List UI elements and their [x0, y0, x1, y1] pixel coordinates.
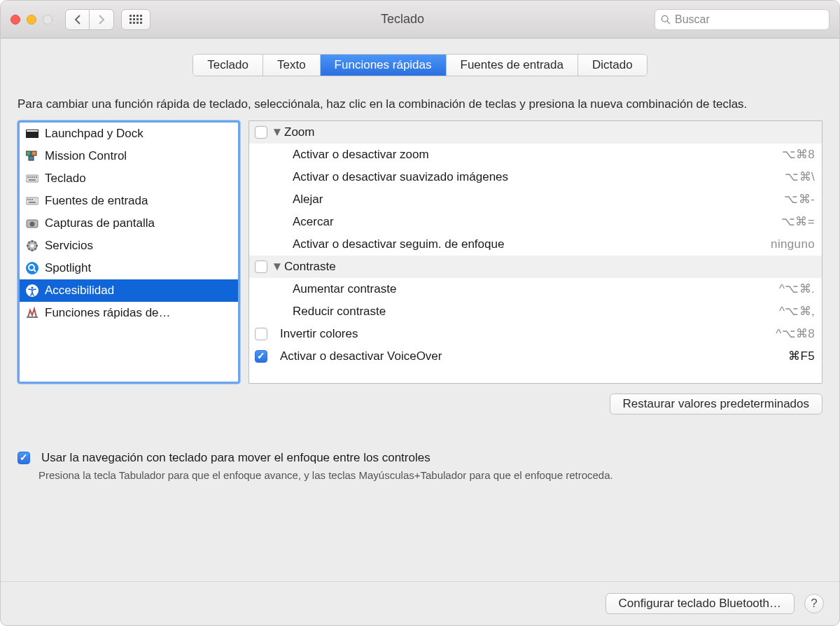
shortcut-checkbox[interactable] — [255, 126, 267, 139]
svg-rect-10 — [31, 176, 33, 178]
svg-point-22 — [31, 244, 34, 247]
window-title: Teclado — [150, 12, 654, 27]
shortcut-row[interactable]: Activar o desactivar seguim. de enfoquen… — [249, 233, 822, 256]
category-accessibility[interactable]: Accesibilidad — [20, 279, 238, 302]
category-screenshots[interactable]: Capturas de pantalla — [20, 212, 238, 235]
shortcut-label: Activar o desactivar suavizado imágenes — [273, 170, 785, 184]
svg-point-23 — [26, 262, 38, 274]
keyboard-nav-checkbox[interactable] — [18, 452, 30, 464]
category-list[interactable]: Launchpad y DockMission ControlTecladoFu… — [18, 120, 240, 384]
nav-buttons — [65, 9, 114, 30]
preferences-window: Teclado Buscar TecladoTextoFunciones ráp… — [0, 0, 840, 626]
shortcut-label: Activar o desactivar zoom — [273, 148, 782, 162]
svg-rect-8 — [27, 176, 29, 178]
svg-point-0 — [662, 15, 668, 22]
disclosure-triangle-icon[interactable]: ▼ — [273, 128, 281, 137]
category-label: Fuentes de entrada — [45, 194, 148, 208]
bluetooth-keyboard-button[interactable]: Configurar teclado Bluetooth… — [606, 593, 794, 614]
bluetooth-keyboard-label: Configurar teclado Bluetooth… — [619, 597, 781, 611]
category-input-sources[interactable]: Fuentes de entrada — [20, 190, 238, 212]
category-keyboard[interactable]: Teclado — [20, 167, 238, 190]
shortcut-row[interactable]: Invertir colores^⌥⌘8 — [249, 323, 822, 345]
shortcut-key[interactable]: ninguno — [771, 237, 815, 251]
screenshots-icon — [25, 216, 39, 230]
shortcut-group-label: Zoom — [284, 125, 815, 139]
svg-rect-28 — [27, 317, 38, 318]
shortcut-label: Reducir contraste — [273, 305, 779, 319]
category-label: Launchpad y Dock — [45, 127, 144, 141]
shortcut-row[interactable]: Activar o desactivar zoom⌥⌘8 — [249, 144, 822, 166]
svg-rect-4 — [26, 151, 31, 155]
category-app-shortcuts[interactable]: Funciones rápidas de… — [20, 302, 238, 324]
restore-defaults-label: Restaurar valores predeterminados — [623, 397, 809, 411]
zoom-button — [43, 15, 52, 25]
shortcut-row[interactable]: Activar o desactivar VoiceOver⌘F5 — [249, 345, 822, 368]
keyboard-nav-label: Usar la navegación con teclado para move… — [41, 451, 430, 465]
chevron-left-icon — [74, 15, 81, 25]
category-label: Spotlight — [45, 261, 91, 275]
shortcut-label: Acercar — [273, 215, 781, 229]
shortcut-row[interactable]: ▼Zoom — [249, 121, 822, 144]
minimize-button[interactable] — [27, 15, 36, 25]
shortcut-row[interactable]: Acercar⌥⌘= — [249, 211, 822, 233]
shortcut-label: Aumentar contraste — [273, 282, 779, 296]
category-services[interactable]: Servicios — [20, 235, 238, 257]
svg-rect-3 — [27, 130, 38, 132]
category-launchpad[interactable]: Launchpad y Dock — [20, 123, 238, 145]
checkbox-spacer — [255, 216, 267, 228]
shortcut-key[interactable]: ^⌥⌘8 — [776, 326, 815, 341]
tab-fuentes-de-entrada[interactable]: Fuentes de entrada — [447, 55, 578, 76]
shortcut-row[interactable]: Activar o desactivar suavizado imágenes⌥… — [249, 166, 822, 188]
tabs-row: TecladoTextoFunciones rápidasFuentes de … — [18, 54, 822, 76]
disclosure-triangle-icon[interactable]: ▼ — [273, 263, 281, 271]
shortcut-key[interactable]: ⌘F5 — [788, 349, 815, 363]
shortcut-checkbox[interactable] — [255, 350, 267, 363]
category-label: Accesibilidad — [45, 284, 114, 298]
shortcut-key[interactable]: ^⌥⌘, — [779, 304, 815, 319]
search-field[interactable]: Buscar — [654, 9, 830, 30]
bottom-bar: Configurar teclado Bluetooth… ? — [1, 581, 839, 625]
shortcut-row[interactable]: Reducir contraste^⌥⌘, — [249, 300, 822, 323]
restore-defaults-button[interactable]: Restaurar valores predeterminados — [610, 394, 822, 415]
help-button[interactable]: ? — [804, 594, 824, 613]
back-button[interactable] — [65, 9, 90, 30]
shortcut-key[interactable]: ^⌥⌘. — [779, 281, 815, 296]
category-label: Mission Control — [45, 149, 127, 163]
keyboard-nav-help: Presiona la tecla Tabulador para que el … — [18, 469, 822, 481]
spotlight-icon — [25, 261, 39, 275]
shortcut-key[interactable]: ⌥⌘8 — [782, 147, 815, 162]
svg-rect-13 — [29, 179, 36, 181]
shortcut-key[interactable]: ⌥⌘- — [784, 192, 815, 207]
shortcut-label: Activar o desactivar seguim. de enfoque — [273, 237, 771, 251]
shortcut-checkbox[interactable] — [255, 328, 267, 340]
svg-rect-6 — [29, 156, 34, 160]
shortcut-label: Activar o desactivar VoiceOver — [273, 349, 788, 363]
svg-rect-17 — [31, 199, 33, 200]
keyboard-icon — [25, 172, 39, 186]
checkbox-spacer — [255, 171, 267, 183]
shortcut-row[interactable]: Alejar⌥⌘- — [249, 188, 822, 211]
checkbox-spacer — [255, 148, 267, 161]
shortcut-checkbox[interactable] — [255, 260, 267, 273]
input-sources-icon — [25, 194, 39, 208]
show-all-button[interactable] — [121, 9, 150, 30]
svg-line-1 — [667, 21, 670, 24]
category-mission-control[interactable]: Mission Control — [20, 145, 238, 167]
launchpad-icon — [25, 127, 39, 141]
shortcut-row[interactable]: Aumentar contraste^⌥⌘. — [249, 278, 822, 300]
tab-dictado[interactable]: Dictado — [578, 55, 647, 76]
traffic-lights — [10, 15, 52, 25]
tab-funciones-rápidas[interactable]: Funciones rápidas — [321, 55, 447, 76]
shortcut-key[interactable]: ⌥⌘\ — [785, 169, 815, 184]
shortcut-row[interactable]: ▼Contraste — [249, 256, 822, 278]
shortcut-list[interactable]: ▼ZoomActivar o desactivar zoom⌥⌘8Activar… — [248, 120, 822, 384]
shortcut-key[interactable]: ⌥⌘= — [781, 214, 815, 229]
tab-texto[interactable]: Texto — [263, 55, 321, 76]
category-spotlight[interactable]: Spotlight — [20, 257, 238, 279]
tab-bar: TecladoTextoFunciones rápidasFuentes de … — [192, 54, 647, 76]
close-button[interactable] — [10, 15, 20, 25]
content: TecladoTextoFunciones rápidasFuentes de … — [1, 39, 839, 581]
category-label: Capturas de pantalla — [45, 216, 155, 230]
forward-button[interactable] — [90, 9, 114, 30]
tab-teclado[interactable]: Teclado — [193, 55, 263, 76]
